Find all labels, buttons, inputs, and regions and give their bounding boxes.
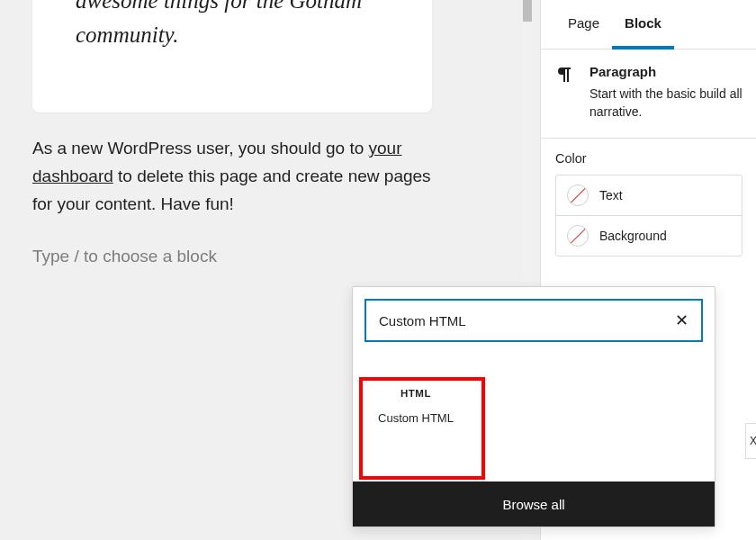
- color-row-background-label: Background: [599, 229, 667, 243]
- editor-scrollbar-thumb[interactable]: [523, 0, 532, 22]
- none-swatch-icon: [567, 225, 589, 247]
- inserter-search-wrap: ✕: [353, 287, 715, 341]
- sidebar-tabs: Page Block: [541, 0, 756, 50]
- none-swatch-icon: [567, 184, 589, 206]
- inserter-results: HTML Custom HTML: [353, 341, 715, 482]
- typography-size-xl-fragment[interactable]: Xl: [745, 423, 756, 459]
- block-result-custom-html[interactable]: HTML Custom HTML: [364, 361, 468, 451]
- close-icon: ✕: [675, 310, 688, 330]
- block-inserter-popover: ✕ HTML Custom HTML Browse all: [352, 286, 716, 527]
- para-pre: As a new WordPress user, you should go t…: [32, 139, 369, 158]
- tab-page[interactable]: Page: [555, 0, 612, 50]
- quote-block-card[interactable]: awesome things for the Gotham community.: [32, 0, 432, 112]
- body-paragraph[interactable]: As a new WordPress user, you should go t…: [32, 135, 455, 218]
- empty-block-placeholder[interactable]: Type / to choose a block: [32, 247, 217, 266]
- clear-search-button[interactable]: ✕: [670, 309, 693, 332]
- paragraph-icon: [555, 64, 577, 86]
- block-title: Paragraph: [590, 64, 742, 79]
- browse-all-button[interactable]: Browse all: [353, 482, 715, 526]
- block-info-text: Paragraph Start with the basic build all…: [590, 64, 742, 122]
- color-panel-heading[interactable]: Color: [541, 139, 756, 175]
- color-controls-group: Text Background: [555, 175, 742, 256]
- block-description: Start with the basic build all narrative…: [590, 85, 742, 122]
- color-row-text-label: Text: [599, 188, 623, 202]
- color-row-text[interactable]: Text: [556, 176, 742, 215]
- color-row-background[interactable]: Background: [556, 215, 742, 256]
- block-result-label: Custom HTML: [378, 411, 454, 425]
- quote-text[interactable]: awesome things for the Gotham community.: [76, 0, 405, 51]
- inserter-search-input[interactable]: [365, 300, 702, 341]
- block-info-panel: Paragraph Start with the basic build all…: [541, 50, 756, 139]
- html-icon: HTML: [400, 388, 431, 399]
- tab-block[interactable]: Block: [612, 0, 674, 50]
